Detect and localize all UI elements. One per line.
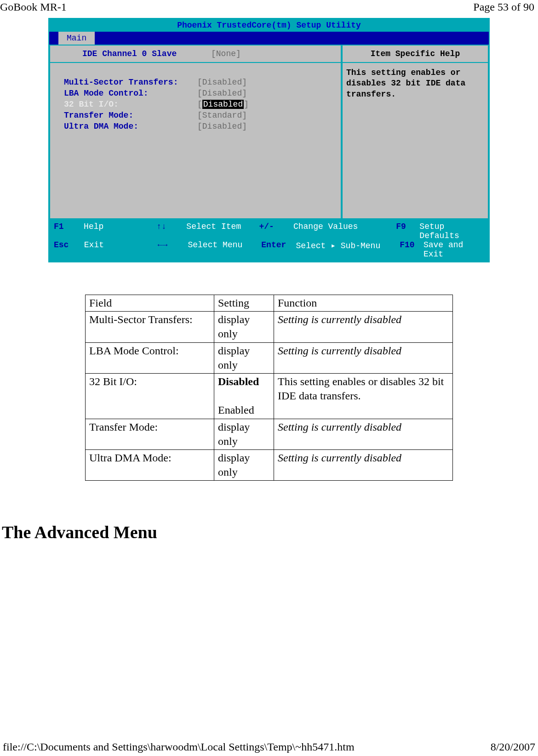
td-field: Multi-Sector Transfers:: [86, 312, 214, 342]
bios-tab-bar: Main: [49, 32, 489, 45]
bios-row-label: LBA Mode Control:: [64, 89, 197, 98]
bios-row-label: Multi-Sector Transfers:: [64, 78, 197, 87]
bios-help-pane: Item Specific Help This setting enables …: [342, 45, 489, 219]
lbl-select-item: Select Item: [186, 222, 259, 240]
page-number: Page 53 of 90: [473, 1, 534, 13]
key-f10: F10: [400, 240, 424, 259]
td-field: Transfer Mode:: [86, 419, 214, 449]
td-function: Setting is currently disabled: [274, 419, 453, 449]
bios-row-value: [Disabled]: [197, 122, 247, 131]
td-field: 32 Bit I/O:: [86, 373, 214, 419]
lbl-setup-defaults: Setup Defaults: [419, 222, 484, 240]
bios-row-label: 32 Bit I/O:: [64, 100, 197, 109]
arrows-updown-icon: ↑↓: [156, 222, 186, 240]
bracket-close: ]: [244, 100, 249, 109]
bracket-open: [: [197, 100, 202, 109]
bios-row-label: Transfer Mode:: [64, 111, 197, 120]
bios-row[interactable]: Ultra DMA Mode: [Disabled]: [64, 121, 341, 132]
bios-tab-main[interactable]: Main: [58, 32, 95, 45]
key-f9: F9: [396, 222, 419, 240]
td-function: Setting is currently disabled: [274, 312, 453, 342]
bios-row-label: Ultra DMA Mode:: [64, 122, 197, 131]
lbl-select-menu: Select Menu: [188, 240, 261, 259]
td-function: This setting enables or disables 32 bit …: [274, 373, 453, 419]
section-heading: The Advanced Menu: [2, 522, 538, 542]
setting-bold: Disabled: [218, 375, 259, 387]
bios-row-value: [Disabled]: [197, 100, 249, 109]
lbl-help: Help: [84, 222, 156, 240]
key-plusminus: +/-: [259, 222, 293, 240]
bios-help-text: This setting enables or disables 32 bit …: [343, 63, 488, 104]
bios-row-value: [Standard]: [197, 111, 247, 120]
settings-table: Field Setting Function Multi-Sector Tran…: [85, 295, 453, 481]
table-row: Transfer Mode: display only Setting is c…: [86, 419, 453, 449]
bios-row-selected[interactable]: 32 Bit I/O: [Disabled]: [64, 99, 341, 110]
bios-row-value: [Disabled]: [197, 78, 247, 87]
lbl-save-exit: Save and Exit: [424, 240, 484, 259]
setting-plain: Enabled: [218, 404, 254, 416]
td-setting: display only: [214, 419, 274, 449]
bios-left-pane: IDE Channel 0 Slave [None] Multi-Sector …: [49, 45, 342, 219]
td-setting: Disabled Enabled: [214, 373, 274, 419]
bios-row[interactable]: LBA Mode Control: [Disabled]: [64, 88, 341, 99]
bios-subhead-value: [None]: [211, 49, 241, 58]
doc-title: GoBook MR-1: [0, 1, 67, 13]
table-row: Multi-Sector Transfers: display only Set…: [86, 312, 453, 342]
td-setting: display only: [214, 449, 274, 480]
th-field: Field: [86, 295, 214, 312]
bios-subheader: IDE Channel 0 Slave [None]: [50, 45, 341, 63]
bios-row[interactable]: Transfer Mode: [Standard]: [64, 110, 341, 121]
bios-title: Phoenix TrustedCore(tm) Setup Utility: [49, 19, 489, 32]
page-header: GoBook MR-1 Page 53 of 90: [0, 0, 538, 18]
bios-screenshot: Phoenix TrustedCore(tm) Setup Utility Ma…: [48, 18, 490, 262]
bios-footer-row: F1 Help ↑↓ Select Item +/- Change Values…: [54, 222, 484, 240]
table-row: 32 Bit I/O: Disabled Enabled This settin…: [86, 373, 453, 419]
footer-path: file://C:\Documents and Settings\harwood…: [3, 741, 355, 753]
table-row: LBA Mode Control: display only Setting i…: [86, 342, 453, 373]
td-field: Ultra DMA Mode:: [86, 449, 214, 480]
bios-subhead-label: IDE Channel 0 Slave: [82, 49, 211, 58]
bios-row-value: [Disabled]: [197, 89, 247, 98]
bios-selected-value: Disabled: [202, 100, 244, 109]
td-setting: display only: [214, 342, 274, 373]
bios-footer: F1 Help ↑↓ Select Item +/- Change Values…: [49, 219, 489, 261]
bios-help-header: Item Specific Help: [343, 45, 488, 63]
th-function: Function: [274, 295, 453, 312]
th-setting: Setting: [214, 295, 274, 312]
bios-footer-row: Esc Exit ←→ Select Menu Enter Select ▸ S…: [54, 240, 484, 259]
table-header-row: Field Setting Function: [86, 295, 453, 312]
td-function: Setting is currently disabled: [274, 449, 453, 480]
bios-row[interactable]: Multi-Sector Transfers: [Disabled]: [64, 77, 341, 88]
table-row: Ultra DMA Mode: display only Setting is …: [86, 449, 453, 480]
footer-date: 8/20/2007: [491, 741, 535, 753]
arrows-leftright-icon: ←→: [158, 240, 188, 259]
key-f1: F1: [54, 222, 84, 240]
bios-settings-list: Multi-Sector Transfers: [Disabled] LBA M…: [50, 63, 341, 187]
td-field: LBA Mode Control:: [86, 342, 214, 373]
td-setting: display only: [214, 312, 274, 342]
key-esc: Esc: [54, 240, 84, 259]
page-footer: file://C:\Documents and Settings\harwood…: [0, 741, 538, 753]
lbl-change-values: Change Values: [293, 222, 396, 240]
td-function: Setting is currently disabled: [274, 342, 453, 373]
lbl-select-submenu: Select ▸ Sub-Menu: [296, 240, 400, 259]
lbl-exit: Exit: [84, 240, 158, 259]
key-enter: Enter: [261, 240, 296, 259]
